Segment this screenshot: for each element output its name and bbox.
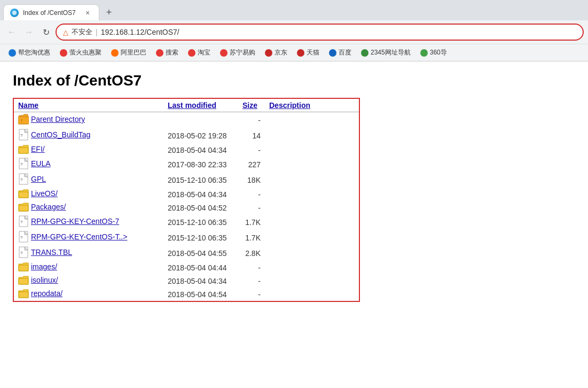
file-name-cell: LiveOS/	[14, 188, 163, 201]
bookmark-item-9[interactable]: 2345网址导航	[357, 47, 415, 58]
table-row: repodata/2018-05-04 04:54-	[14, 288, 359, 301]
bookmark-favicon	[220, 49, 228, 57]
file-name-cell: ? CentOS_BuildTag	[14, 128, 163, 143]
tab-favicon	[10, 9, 19, 17]
file-name-cell: Packages/	[14, 201, 163, 214]
file-name-cell: ? EULA	[14, 157, 163, 172]
file-date-cell: 2018-05-04 04:44	[163, 261, 238, 274]
header-date: Last modified	[163, 99, 238, 112]
page-title: Index of /CentOS7	[13, 72, 575, 89]
file-link[interactable]: TRANS.TBL	[31, 248, 72, 257]
bookmark-item-3[interactable]: 搜索	[152, 47, 183, 58]
bookmark-item-0[interactable]: 帮您淘优惠	[4, 47, 54, 58]
file-date-cell: 2018-05-04 04:55	[163, 245, 238, 261]
svg-text:?: ?	[20, 133, 23, 138]
sort-by-date[interactable]: Last modified	[168, 101, 216, 110]
svg-text:?: ?	[20, 251, 23, 255]
bookmark-favicon	[420, 49, 428, 57]
bookmark-item-7[interactable]: 天猫	[293, 47, 324, 58]
bookmark-favicon	[60, 49, 67, 57]
file-date-cell: 2018-05-02 19:28	[163, 128, 238, 143]
directory-listing: Name Last modified Size Description ↑	[13, 98, 360, 302]
svg-text:?: ?	[20, 220, 23, 224]
file-name-cell: repodata/	[14, 288, 163, 301]
bookmark-label: 2345网址导航	[371, 48, 411, 57]
active-tab[interactable]: Index of /CentOS7 ×	[3, 4, 99, 20]
bookmark-label: 360导	[430, 48, 447, 57]
file-link[interactable]: RPM-GPG-KEY-CentOS-T..>	[31, 232, 127, 241]
file-size-cell: -	[238, 274, 265, 288]
file-icon: ?	[18, 246, 29, 260]
file-link[interactable]: GPL	[31, 175, 46, 183]
table-row: Packages/2018-05-04 04:52-	[14, 201, 359, 214]
table-row: ? RPM-GPG-KEY-CentOS-72015-12-10 06:351.…	[14, 214, 359, 230]
table-row: ? EULA2017-08-30 22:33227	[14, 157, 359, 172]
sort-by-name[interactable]: Name	[18, 101, 38, 110]
file-desc-cell	[265, 172, 359, 188]
tab-close-button[interactable]: ×	[83, 8, 92, 18]
forward-button[interactable]: →	[21, 25, 36, 40]
address-text: 192.168.1.12/CentOS7/	[101, 28, 576, 36]
file-date-cell: 2018-05-04 04:34	[163, 143, 238, 157]
sort-by-size[interactable]: Size	[242, 101, 257, 110]
table-row: ? TRANS.TBL2018-05-04 04:552.8K	[14, 245, 359, 261]
bookmark-label: 搜索	[166, 48, 178, 57]
header-name: Name	[14, 99, 163, 112]
file-name-cell: ? RPM-GPG-KEY-CentOS-T..>	[14, 230, 163, 245]
file-link[interactable]: repodata/	[31, 289, 62, 298]
file-size-cell: 18K	[238, 172, 265, 188]
bookmark-label: 淘宝	[198, 48, 210, 57]
bookmark-item-1[interactable]: 萤火虫惠聚	[56, 47, 106, 58]
file-size-cell: -	[238, 188, 265, 201]
file-link[interactable]: EULA	[31, 159, 51, 168]
file-date-cell: 2018-05-04 04:54	[163, 288, 238, 301]
file-desc-cell	[265, 143, 359, 157]
back-button[interactable]: ←	[4, 25, 19, 40]
bookmark-item-6[interactable]: 京东	[261, 47, 292, 58]
bookmark-item-2[interactable]: 阿里巴巴	[107, 47, 151, 58]
bookmark-label: 阿里巴巴	[121, 48, 146, 57]
table-row: ? CentOS_BuildTag2018-05-02 19:2814	[14, 128, 359, 143]
file-link[interactable]: isolinux/	[31, 276, 58, 284]
refresh-button[interactable]: ↻	[38, 25, 53, 40]
new-tab-button[interactable]: +	[101, 5, 116, 20]
file-date-cell: 2015-12-10 06:35	[163, 214, 238, 230]
file-date-cell: 2018-05-04 04:52	[163, 201, 238, 214]
page-content: Index of /CentOS7 Name Last modified Siz…	[0, 61, 588, 371]
file-name-cell: isolinux/	[14, 274, 163, 288]
file-link[interactable]: LiveOS/	[31, 189, 58, 198]
file-link[interactable]: RPM-GPG-KEY-CentOS-7	[31, 217, 119, 226]
bookmark-item-10[interactable]: 360导	[416, 47, 451, 58]
folder-icon	[18, 275, 29, 286]
svg-text:?: ?	[20, 177, 23, 182]
bookmark-item-8[interactable]: 百度	[325, 47, 356, 58]
header-size: Size	[238, 99, 265, 112]
file-name-cell: images/	[14, 261, 163, 274]
folder-icon	[18, 202, 29, 213]
bookmark-item-5[interactable]: 苏宁易购	[216, 47, 260, 58]
bookmark-favicon	[156, 49, 163, 57]
table-row: EFI/2018-05-04 04:34-	[14, 143, 359, 157]
file-link[interactable]: images/	[31, 262, 57, 271]
file-desc-cell	[265, 112, 359, 128]
bookmark-favicon	[111, 49, 119, 57]
sort-by-desc[interactable]: Description	[269, 101, 310, 110]
file-link[interactable]: Packages/	[31, 203, 66, 211]
file-link[interactable]: EFI/	[31, 145, 45, 153]
file-link[interactable]: Parent Directory	[31, 115, 85, 123]
security-label: 不安全	[72, 27, 92, 37]
address-bar[interactable]: △ 不安全 | 192.168.1.12/CentOS7/	[56, 24, 584, 41]
bookmark-item-4[interactable]: 淘宝	[184, 47, 215, 58]
svg-text:?: ?	[20, 162, 23, 167]
table-row: ↑ Parent Directory-	[14, 112, 359, 128]
file-desc-cell	[265, 288, 359, 301]
file-size-cell: -	[238, 288, 265, 301]
bookmark-label: 京东	[275, 48, 287, 57]
bookmark-label: 苏宁易购	[230, 48, 255, 57]
file-desc-cell	[265, 261, 359, 274]
bookmarks-bar: 帮您淘优惠萤火虫惠聚阿里巴巴搜索淘宝苏宁易购京东天猫百度2345网址导航360导	[0, 44, 588, 61]
file-size-cell: -	[238, 112, 265, 128]
file-date-cell	[163, 112, 238, 128]
file-icon: ?	[18, 129, 29, 142]
file-link[interactable]: CentOS_BuildTag	[31, 130, 90, 139]
